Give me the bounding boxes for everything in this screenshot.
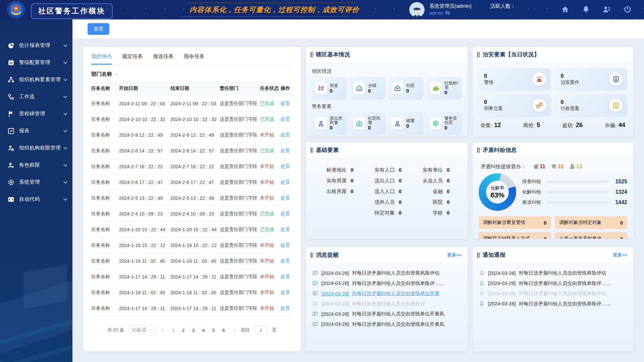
sidebar-item-milestones[interactable]: 里程碑管理 [0,105,72,122]
notice-item[interactable]: [2024-03-28] 对每日涉矛盾纠纷人员交由管线单险评估 [479,290,627,297]
notifications-bell-icon[interactable] [582,5,590,14]
basic-stat-value: 0 [447,199,460,205]
notice-item[interactable]: [2024-03-28] 对每日涉矛盾纠纷人员交由管线单险评…… [479,280,627,287]
page-number[interactable]: 6 [219,326,228,334]
sidebar-item-system-management[interactable]: 系统管理 [0,174,72,191]
task-handle-link[interactable]: 处置 [281,211,293,217]
task-start-date: 2024-2-5 13 : 22 : 49 [119,195,170,201]
task-start-date: 2024-1-17 14 : 29 : 11 [119,274,170,280]
message-item[interactable]: [2024-03-28] 对每日涉矛盾纠纷人员交由管展风险评估 [312,270,462,276]
task-handle-link[interactable]: 处置 [281,258,293,264]
page-number[interactable]: 2 [179,326,187,334]
stat-card-village: 行政村/居0 [427,77,462,99]
sidebar-item-police-config[interactable]: 警综配置管理 [0,54,72,71]
message-item[interactable]: [2024-03-28] 对每日涉矛盾纠纷人员交由管线单位开展 [312,290,462,297]
task-start-date: 2024-1-18 11 : 02 : 45 [119,258,170,264]
goto-page-input[interactable] [254,325,268,335]
message-item[interactable]: [2024-03-28] 对每日涉矛盾纠纷人员交由管线单位开展风 [312,311,462,317]
table-row: 任务名称 2024-1-17 14 : 29 : 11 2024-1-17 14… [91,301,293,316]
basic-stat-value: 0 [447,210,460,216]
basic-col-1: 标准地址0实有房屋0出租房屋0 [315,167,363,216]
sidebar-item-role-permissions[interactable]: 角色权限 [0,157,72,174]
next-page-button[interactable]: › [232,327,236,333]
more-link[interactable]: 更多>> [613,252,627,258]
town-house-icon [353,82,365,94]
message-text: 对每日涉矛盾纠纷人员交由管线单位开展风 [352,321,444,327]
task-handle-link[interactable]: 处置 [281,242,293,248]
task-handle-link[interactable]: 处置 [281,148,293,154]
case-document-icon [609,99,623,112]
notice-item[interactable]: [2024-03-28] 对每日涉矛盾纠纷人员交由管线单险评…… [479,301,627,307]
task-handle-link[interactable]: 处置 [281,179,293,185]
prev-page-button[interactable]: ‹ [160,327,165,333]
tab-home[interactable]: 首页 [88,23,109,35]
page-number[interactable]: 4 [199,326,208,334]
more-link[interactable]: 更多>> [447,252,462,258]
page-number[interactable]: 5 [209,326,218,334]
chevron-down-icon [63,197,67,200]
chip-value: 0 [620,236,623,239]
task-handle-link[interactable]: 处置 [281,116,293,122]
task-handle-link[interactable]: 处置 [281,290,293,296]
todo-tab[interactable]: 推送任务 [153,53,174,64]
stat-label: 治安案件 [561,79,580,85]
todo-tab[interactable]: 我的待办 [91,53,112,64]
power-icon[interactable] [623,5,632,14]
total-count: 共 57 条 [107,327,124,333]
home-icon[interactable] [561,5,570,14]
task-table-body: 任务名称 2024-2-11 09 : 22 : 03 2024-2-11 09… [91,96,293,316]
sidebar-item-reports[interactable]: 报表 [0,122,72,139]
task-start-date: 2024-2-11 09 : 22 : 03 [119,101,170,106]
sidebar-item-label: 里程碑管理 [19,111,64,117]
notice-date: [2024-03-28] [488,301,516,306]
task-handle-link[interactable]: 处置 [281,305,293,311]
report-chart-icon [7,127,15,135]
sidebar-item-workflow[interactable]: 工作流 [0,88,72,105]
notice-date: [2024-03-28] [488,281,516,286]
village-building-icon [430,82,442,94]
page-size-select[interactable]: 10条/页 [128,325,156,335]
task-handle-link[interactable]: 处置 [281,274,293,280]
user-avatar[interactable] [409,2,425,17]
notice-item[interactable]: [2024-03-28] 对每日涉矛盾纠纷人员交由管线单险评估 [479,270,627,276]
task-handle-link[interactable]: 处置 [281,195,293,201]
chevron-down-icon [63,77,67,81]
stat-card-police-zone: 警务责任区0 [427,112,462,134]
page-number[interactable]: 3 [189,326,198,334]
sidebar-item-statistics-reports[interactable]: 统计报表管理 [0,37,72,54]
task-name: 任务名称 [91,305,119,311]
chevron-down-icon[interactable] [114,72,119,77]
task-handle-link[interactable]: 处置 [281,164,293,170]
crime-stat: 两抢:5 [523,122,540,129]
message-item[interactable]: [2024-03-28] 对每日涉矛盾纠纷人员交由管线单险评…… [312,280,462,287]
task-dept: 这是责任部门字段 [220,164,260,170]
todo-tab[interactable]: 指令任务 [184,53,205,64]
message-item[interactable]: [2024-03-28] 对每日涉矛盾纠纷人员交由管线单位开展风 [312,321,462,327]
message-bubble-icon [312,270,318,276]
app-title: 社区警务工作模块 [31,3,113,19]
sidebar-item-label: 组织机构要素管理 [19,76,64,83]
task-status: 已完成 [260,116,281,122]
task-handle-link[interactable]: 处置 [281,227,293,233]
chip-label: 调解对象涉重复警情 [483,220,525,226]
crime-stat-label: 盗窃: [562,122,574,128]
user-list-icon[interactable] [602,5,611,14]
stat-label: 刑事立案 [484,105,503,112]
department-filter-label[interactable]: 部门名称 [91,71,112,78]
todo-tab[interactable]: 规定任务 [122,53,143,64]
task-end-date: 2024-1-17 14 : 29 : 11 [170,274,220,280]
page-number[interactable]: 1 [169,326,177,334]
switch-user-icon[interactable]: ⇆ [445,9,450,16]
message-item[interactable]: [2024-03-28] 对每日涉矛盾纠纷人员交由管险评 [312,301,462,307]
street-grid-icon [315,82,327,94]
sidebar-item-org-permissions[interactable]: 组织机构权限管理 [0,139,72,157]
bar-label: 化解纠纷 [522,189,544,195]
task-dept: 这是责任部门字段 [220,148,260,154]
stat-label: 派出所民警 [330,116,344,125]
sidebar-item-auto-code[interactable]: 自动代码 [0,191,72,208]
task-handle-link[interactable]: 处置 [281,132,293,138]
task-handle-link[interactable]: 处置 [281,101,293,107]
sidebar-item-org-elements[interactable]: 组织机构要素管理 [0,71,72,88]
dispute-bar: 排查纠纷 1525 [522,179,627,185]
table-row: 任务名称 2024-2-11 09 : 22 : 03 2024-2-11 09… [91,96,293,112]
